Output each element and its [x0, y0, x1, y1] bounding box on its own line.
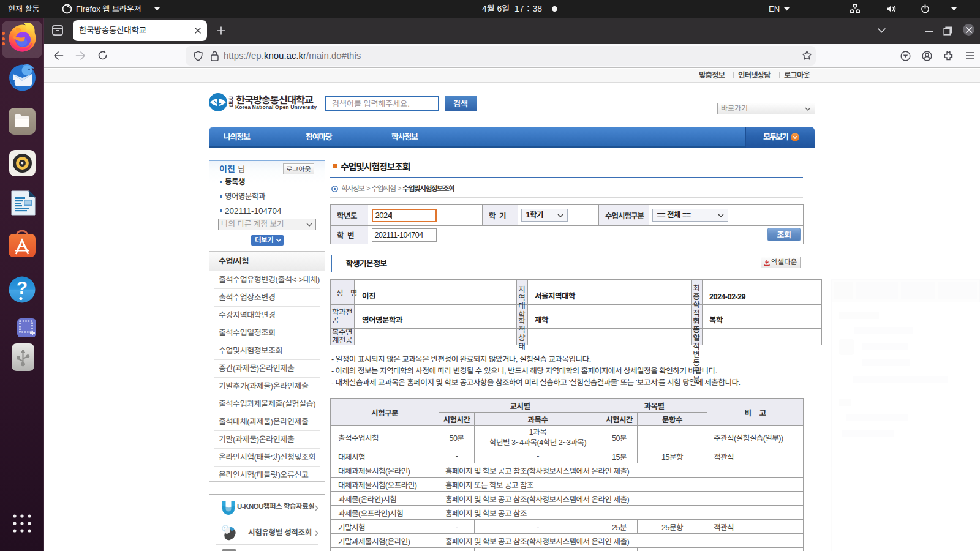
svg-text:?: ?: [17, 277, 28, 298]
